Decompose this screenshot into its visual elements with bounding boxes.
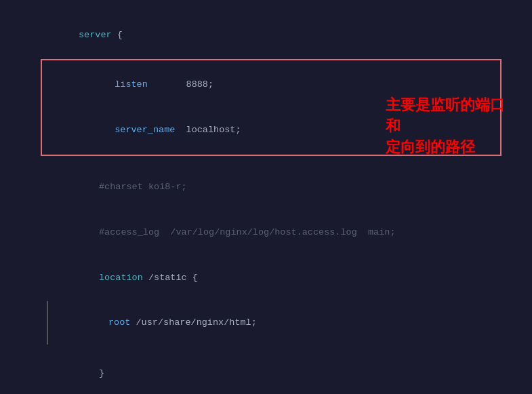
code-line xyxy=(10,157,532,164)
code-line: root /usr/share/nginx/html; xyxy=(10,300,532,346)
code-line: #charset koi8-r; xyxy=(10,164,532,210)
code-editor: server { listen 8888; server_name localh… xyxy=(0,0,532,394)
annotation-text: 主要是监听的端口 和 定向到的路径 xyxy=(386,95,505,157)
code-line: } xyxy=(10,351,532,394)
code-line: server { xyxy=(10,12,532,58)
code-line: #access_log /var/log/nginx/log/host.acce… xyxy=(10,210,532,255)
code-line: location /static { xyxy=(10,255,532,300)
code-line xyxy=(10,345,532,351)
